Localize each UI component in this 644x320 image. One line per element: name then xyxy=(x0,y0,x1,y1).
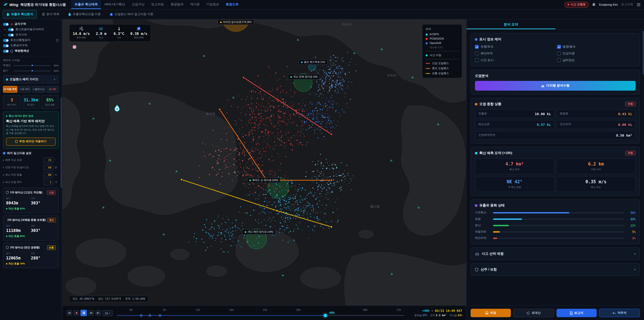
timeline-event-marker[interactable] xyxy=(159,314,161,317)
map-region[interactable]: 여수시우두리화양면돌산읍 여자만 습지보호구역 (6h)율포 해수욕장 (1h)… xyxy=(62,20,466,320)
checkbox[interactable] xyxy=(557,58,561,62)
scrollbar-thumb[interactable] xyxy=(61,98,62,188)
checkbox[interactable] xyxy=(475,58,479,62)
mode-manual-button[interactable]: 수동 배치 xyxy=(18,86,31,93)
slider-knob[interactable] xyxy=(31,64,34,67)
playback-speed-select[interactable]: 1x▾ xyxy=(102,310,113,316)
mode-simulation-button[interactable]: 시뮬레이션 xyxy=(32,86,45,93)
layer-toggle[interactable] xyxy=(3,39,9,42)
nav-item-air-search[interactable]: 항공탐색 xyxy=(167,0,187,9)
expand-caret-icon[interactable]: ▸ xyxy=(4,34,6,36)
subtab-boom-algorithm-theory[interactable]: 오일펜스 배치 알고리즘 이론 xyxy=(106,10,157,19)
timeline-ruler[interactable]: 0h6h12h18h24h36h48h60h72h xyxy=(117,306,404,320)
timeline-tick[interactable]: 60h xyxy=(363,308,368,311)
option-sensitive-resources[interactable]: 민감자원 xyxy=(557,51,636,56)
right-panel-scroll-area[interactable]: 표시 정보 제어 유향/유속 풍향/풍속 해안부착 민감자원 시간 표시 날씨정… xyxy=(466,30,644,305)
param-input[interactable]: 15 xyxy=(43,157,53,163)
checkbox[interactable] xyxy=(557,52,561,55)
skip-end-button[interactable] xyxy=(95,310,101,316)
apply-recommended-plan-button[interactable]: 추천 배치안 적용하기 xyxy=(6,137,56,145)
weathering-row-dispersion: 분산12% xyxy=(475,223,636,227)
map-canvas[interactable]: 여수시우두리화양면돌산읍 여자만 습지보호구역 (6h)율포 해수욕장 (1h)… xyxy=(62,20,466,305)
recalculate-button[interactable]: 재계산 xyxy=(513,309,554,317)
param-input[interactable]: 60 xyxy=(43,165,53,170)
timeline-tick[interactable]: 24h xyxy=(263,308,267,311)
tab-analysis-summary[interactable]: 분석 요약 xyxy=(466,20,555,29)
checkbox[interactable] xyxy=(557,45,561,49)
efficiency-text: 차단 효율 92% xyxy=(6,207,56,210)
layer-toggle[interactable] xyxy=(3,44,9,47)
vessel-spec-section[interactable]: 사고 선박 제원 ▾ xyxy=(470,247,640,260)
nav-item-hns[interactable]: HNS·대기확산 xyxy=(101,0,128,9)
option-wind-vector[interactable]: 풍향/풍속 xyxy=(557,45,636,49)
subtab-spill-analysis[interactable]: 유출유 확산분석 xyxy=(3,10,37,19)
checkbox[interactable] xyxy=(475,45,479,49)
timeline-event-marker[interactable] xyxy=(140,314,142,317)
timeline-tick[interactable]: 18h xyxy=(229,308,234,311)
owner-insurance-section[interactable]: 선주 / 보험 ▾ xyxy=(470,263,640,276)
incident-status-badge[interactable]: 사고 진행중 xyxy=(564,2,589,8)
right-panel-scrollbar[interactable] xyxy=(643,30,644,305)
notification-bell-icon[interactable] xyxy=(592,3,596,7)
timeline-event-marker[interactable] xyxy=(148,314,151,317)
option-shore-stranding[interactable]: 해안부착 xyxy=(475,51,554,56)
layer-row-tanker-ban[interactable]: 유조선통항금지 xyxy=(3,38,59,43)
option-time-display[interactable]: 시간 표시 xyxy=(475,58,554,62)
timeline-playhead[interactable] xyxy=(324,314,327,317)
fast-forward-button[interactable] xyxy=(88,310,94,316)
layer-toggle[interactable] xyxy=(3,23,9,26)
report-button[interactable]: 보고서 xyxy=(556,309,597,317)
timeline-tick[interactable]: 12h xyxy=(196,308,200,311)
sidebar-scrollbar[interactable] xyxy=(61,20,62,320)
subtab-model-theory[interactable]: 유출유확산모델 이론 xyxy=(64,10,104,19)
nav-item-spill-forecast[interactable]: 유출유 확산예측 xyxy=(71,0,101,9)
skip-start-button[interactable] xyxy=(66,310,72,316)
option-weather-info[interactable]: 날씨정보 xyxy=(557,58,636,62)
defense-line-card-2[interactable]: 2차 방어선 (외해용 중형 포위형) 중요 길이11180m 각도303° 차… xyxy=(3,215,59,240)
checkbox[interactable] xyxy=(475,52,479,55)
mode-reset-button[interactable]: 초기화 xyxy=(46,86,59,93)
timeline-tick[interactable]: 6h xyxy=(163,308,166,311)
slider-knob[interactable] xyxy=(31,70,34,72)
save-button[interactable]: 저장 xyxy=(470,309,511,317)
nav-item-rescue[interactable]: 긴급구난 xyxy=(128,0,148,9)
option-current-vector[interactable]: 유향/유속 xyxy=(475,45,554,49)
map-svg[interactable]: 여수시우두리화양면돌산읍 xyxy=(62,20,466,305)
layer-toggle[interactable] xyxy=(8,28,14,31)
timeline-tick[interactable]: 72h xyxy=(396,308,401,311)
nav-item-board[interactable]: 게시판 xyxy=(187,0,203,9)
backtrack-button[interactable]: 역추적 xyxy=(599,309,640,317)
defense-line-card-3[interactable]: 3차 방어선 (연안 경량형) 보통 길이12065m 각도288° 차단 효율… xyxy=(3,242,59,268)
param-input[interactable]: 1 xyxy=(43,179,53,185)
subtab-analysis-list[interactable]: 분석 목록 xyxy=(38,10,63,19)
boom-guide-section-header[interactable]: 오일펜스 배치 가이드 ▼ xyxy=(3,75,59,84)
step-back-button[interactable] xyxy=(74,310,79,316)
layer-toggle[interactable] xyxy=(8,33,14,37)
pause-button[interactable] xyxy=(80,310,87,316)
layer-row-drone-ban[interactable]: 드론금지구역 xyxy=(3,43,59,48)
polygon-analysis-button[interactable]: 다각형 분석수행 xyxy=(475,81,636,91)
timeline-tick[interactable]: 0h xyxy=(130,308,133,311)
mode-ai-recommend-button[interactable]: AI 자동 추천 xyxy=(3,86,18,93)
logout-button[interactable]: 로그아웃 xyxy=(621,2,633,7)
nav-item-reports[interactable]: 보고자료 xyxy=(148,0,167,9)
nav-item-integrated-search[interactable]: 통합조회 xyxy=(222,0,242,9)
scrollbar-thumb[interactable] xyxy=(643,31,644,75)
timeline-tick[interactable]: 48h xyxy=(329,308,334,317)
layer-row-dispersant[interactable]: ▸ 유처리제 xyxy=(3,32,59,38)
timeline-tick[interactable]: 36h xyxy=(296,308,301,311)
square-icon[interactable] xyxy=(56,39,59,42)
layer-row-prohibited-zone[interactable]: ⊘ 금지구역 xyxy=(3,22,59,27)
layer-row-nll[interactable]: 북방한계선 xyxy=(3,48,59,54)
nav-item-weather[interactable]: 기상정보 xyxy=(203,0,222,9)
opacity-slider[interactable] xyxy=(14,65,51,66)
expand-caret-icon[interactable]: ▸ xyxy=(4,28,6,31)
layer-row-sox-zone[interactable]: ▸ 황산화물배출규제해역 xyxy=(3,27,59,32)
ai-plan-card: 확산 데이터 준비 완료 확산 예측 기반 최적 배치안 확산 예측을 분석하여… xyxy=(3,111,59,149)
param-input[interactable]: 80 xyxy=(43,172,53,178)
brightness-slider[interactable] xyxy=(14,70,51,71)
defense-line-card-1[interactable]: 1차 방어선 (고강도 차단형) 긴급 길이8043m 각도303° 차단 효율… xyxy=(3,187,59,213)
layer-toggle[interactable] xyxy=(3,50,9,53)
sidebar-scroll-area[interactable]: ⊘ 금지구역 ▸ 황산화물배출규제해역 ▸ 유처리제 유조선통항금지 xyxy=(0,20,62,320)
menu-hamburger-icon[interactable] xyxy=(636,3,641,6)
